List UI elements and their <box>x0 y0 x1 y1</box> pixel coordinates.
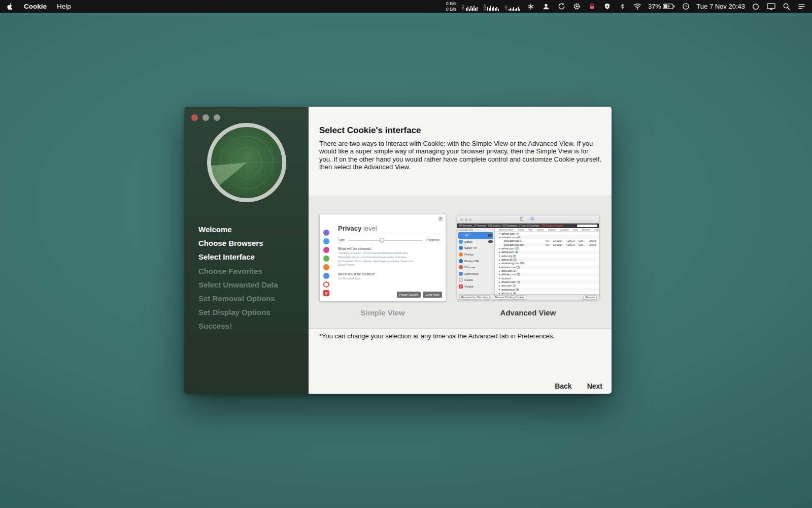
simple-view-option[interactable]: ? V Privacy level Safe Paranoid What wil… <box>319 214 446 302</box>
zoom-button[interactable] <box>214 114 220 121</box>
browser-name: Vivaldi <box>464 285 473 288</box>
disclosure-icon: ▶ <box>499 262 500 265</box>
advanced-view-label: Advanced View <box>457 308 599 317</box>
mini-search-field <box>577 225 597 228</box>
domain-cell: adtech.de (2) <box>501 258 516 261</box>
wifi-icon[interactable] <box>633 2 642 11</box>
domain-cell: amazon.com (7) <box>501 280 520 283</box>
disclosure-icon: ▼ <box>499 236 501 239</box>
mini-footer-button: Remove <box>583 295 597 300</box>
browser-list-item: Firefox DE <box>457 258 494 264</box>
cookie-cell: NO <box>546 243 550 246</box>
browser-list-item: Chromium <box>457 271 494 277</box>
menu-bar: Cookie Help 0 B/s 0 B/s CPU MEM DSK 37% … <box>0 0 812 13</box>
notification-center-icon[interactable] <box>797 2 806 11</box>
disclosure-icon: ▶ <box>499 277 500 279</box>
table-row: ▶adrive.com (10) <box>495 246 599 250</box>
network-up-label: 0 B/s <box>446 1 457 6</box>
wizard-step-set-display-options: Set Display Options <box>198 305 304 319</box>
domain-cell: adworts.com (5) <box>501 266 520 269</box>
browser-list-item: All <box>458 232 493 239</box>
cookie-setup-window: WelcomeChoose BrowsersSelect InterfaceCh… <box>184 107 612 394</box>
spotlight-search-icon[interactable] <box>782 2 791 11</box>
fan-icon[interactable] <box>526 2 535 11</box>
back-button[interactable]: Back <box>555 382 571 390</box>
when-text: On Browser Quit <box>338 277 422 281</box>
table-row: ▶anz.co.nz (4) <box>495 292 599 295</box>
table-row: ▶adzoa.com (4) <box>495 250 599 254</box>
table-row: ▶agkn.com (3) <box>495 269 599 272</box>
advanced-view-option[interactable]: 345 Domains, 17 Favorites / 788 Cookies,… <box>457 215 599 300</box>
simple-browser-rail: V <box>323 230 329 296</box>
disclosure-icon: ▶ <box>499 270 500 272</box>
wizard-step-success-: Success! <box>198 319 304 333</box>
apple-icon <box>6 3 14 10</box>
wizard-step-choose-browsers: Choose Browsers <box>198 236 304 250</box>
wizard-sidebar: WelcomeChoose BrowsersSelect InterfaceCh… <box>184 107 309 394</box>
minimize-button[interactable] <box>202 114 209 121</box>
table-header-cell: User <box>594 229 599 231</box>
mem-meter[interactable]: MEM <box>484 3 499 11</box>
cookie-cell: Coo... <box>579 239 585 242</box>
browser-icon: V <box>459 284 463 289</box>
domain-cell: allbinla.co.nz (2) <box>501 273 520 276</box>
battery-indicator[interactable]: 37% <box>648 3 675 10</box>
dsk-meter[interactable]: DSK <box>505 3 520 11</box>
browser-icon <box>323 281 329 288</box>
privacy-slider: Safe Paranoid <box>338 238 439 242</box>
table-row: ▶achron.com (4) <box>495 232 599 235</box>
wizard-step-select-unwanted-data: Select Unwanted Data <box>198 278 304 292</box>
snowflake-icon <box>530 216 534 221</box>
advanced-stats: 345 Domains, 17 Favorites / 788 Cookies,… <box>459 225 539 227</box>
wizard-step-choose-favorites: Choose Favorites <box>198 264 304 278</box>
table-header-cell: Website/Name <box>499 229 514 231</box>
lock-icon[interactable] <box>587 2 596 11</box>
browser-name: Safari TP <box>464 246 477 249</box>
disclosure-icon: ▶ <box>499 247 500 250</box>
domain-cell: adrive.com (10) <box>501 247 519 250</box>
gear-icon[interactable] <box>572 2 581 11</box>
display-icon[interactable] <box>766 2 775 11</box>
app-menu-title[interactable]: Cookie <box>24 3 47 10</box>
domain-cell: pool.admedo.c... <box>504 239 523 242</box>
next-button[interactable]: Next <box>587 382 602 390</box>
browser-icon <box>323 273 329 279</box>
bluetooth-icon[interactable] <box>618 2 627 11</box>
window-controls <box>191 114 220 121</box>
shield-icon[interactable] <box>602 2 612 11</box>
table-row: ▶anamorro.st (4) <box>495 288 599 291</box>
disclosure-icon: ▶ <box>499 281 500 283</box>
mini-footer-button: Remove from Favorites <box>459 295 490 300</box>
cpu-meter[interactable]: CPU <box>462 3 478 11</box>
network-speed-indicator[interactable]: 0 B/s 0 B/s <box>446 1 457 12</box>
advanced-table-header: Website/NameNamePathSecureExpiresContent… <box>495 228 599 232</box>
slider-max-label: Paranoid <box>426 238 439 242</box>
menu-clock[interactable]: Tue 7 Nov 20:43 <box>696 3 745 10</box>
table-header-cell: Secure <box>537 229 544 231</box>
browser-name: Chrome <box>464 266 475 269</box>
domain-cell: pool.admedo.com <box>504 243 524 246</box>
domain-cell: anamorro.st (4) <box>501 288 519 291</box>
cookie-columns: NO10/11/17+ENCRCoo...Opera <box>546 239 598 242</box>
cleaned-text: Tracking Cookies, All Cookies/Databases/… <box>338 251 422 267</box>
ring-icon[interactable] <box>751 2 760 11</box>
browser-list-item: Safari TP <box>457 245 494 251</box>
apple-menu[interactable] <box>6 3 14 10</box>
sync-icon[interactable] <box>557 2 566 11</box>
disclosure-icon: ▶ <box>499 288 500 291</box>
domain-cell: aolon.org (6) <box>501 255 516 258</box>
close-button[interactable] <box>191 114 198 121</box>
domain-cell: amazon... <box>501 277 513 280</box>
browser-name: Chromium <box>464 272 479 275</box>
privacy-level-title: Privacy level <box>338 225 439 234</box>
wizard-steps: WelcomeChoose BrowsersSelect InterfaceCh… <box>198 223 304 333</box>
menu-help[interactable]: Help <box>57 3 71 10</box>
browser-icon <box>459 233 463 237</box>
table-header-cell: Contents <box>560 229 569 231</box>
user-icon[interactable] <box>542 2 551 11</box>
browser-list-item: Firefox <box>457 251 494 258</box>
time-machine-icon[interactable] <box>681 2 690 11</box>
page-description: There are two ways to interact with Cook… <box>319 140 602 171</box>
wizard-step-set-removal-options: Set Removal Options <box>198 292 304 305</box>
favorites-label: FAVORITES <box>457 228 494 232</box>
